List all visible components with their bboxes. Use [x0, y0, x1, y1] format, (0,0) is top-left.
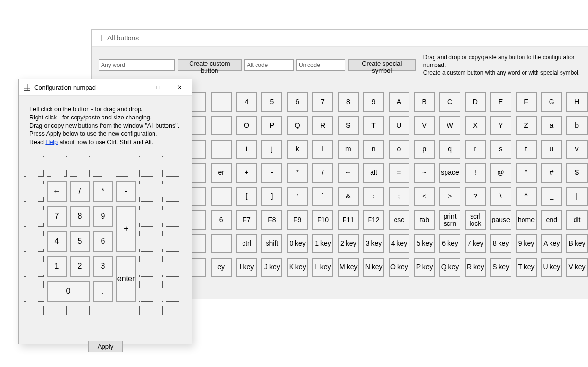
empty-slot[interactable] [162, 281, 182, 302]
key-button[interactable]: ? [465, 187, 486, 206]
key-button[interactable]: j [261, 140, 282, 159]
key-button[interactable]: : [363, 187, 384, 206]
key-button[interactable]: u [541, 140, 562, 159]
key-button[interactable]: ; [389, 187, 410, 206]
empty-slot[interactable] [139, 256, 159, 277]
key-button[interactable]: 2 key [338, 234, 359, 253]
key-button[interactable]: R [312, 116, 333, 135]
key-button[interactable]: alt [363, 163, 384, 183]
key-button[interactable]: F8 [261, 210, 282, 230]
key-button[interactable]: n [363, 140, 384, 159]
key-button[interactable]: S [338, 116, 359, 135]
key-button[interactable]: O key [389, 258, 410, 277]
empty-slot[interactable] [162, 306, 182, 327]
empty-slot[interactable] [47, 306, 67, 327]
numpad-key-star[interactable]: * [93, 181, 113, 202]
empty-slot[interactable] [70, 306, 90, 327]
key-button[interactable]: T key [516, 258, 537, 277]
empty-slot[interactable] [139, 306, 159, 327]
empty-slot[interactable] [139, 156, 159, 177]
numpad-key-slash[interactable]: / [70, 181, 90, 202]
key-button[interactable]: 0 key [287, 234, 308, 253]
key-button[interactable]: ey [211, 258, 232, 277]
create-custom-button[interactable]: Create custom button [178, 59, 242, 71]
unicode-input[interactable] [296, 59, 345, 71]
key-button[interactable]: 8 [338, 92, 359, 112]
key-button[interactable]: [ [236, 187, 257, 206]
empty-slot[interactable] [162, 206, 182, 227]
alt-code-input[interactable] [244, 59, 294, 71]
key-button[interactable]: U key [541, 258, 562, 277]
numpad-key-minus[interactable]: - [116, 181, 136, 202]
numpad-key-k3[interactable]: 3 [93, 256, 113, 277]
empty-slot[interactable] [24, 181, 44, 202]
key-button[interactable]: scrl lock [465, 210, 486, 230]
key-button[interactable]: q [439, 140, 460, 159]
key-button[interactable]: K key [287, 258, 308, 277]
key-button[interactable]: F9 [287, 210, 308, 230]
numpad-key-k5[interactable]: 5 [70, 231, 90, 252]
empty-slot[interactable] [24, 256, 44, 277]
key-button[interactable]: pause [490, 210, 511, 230]
numpad-key-k7[interactable]: 7 [47, 206, 67, 227]
key-button[interactable]: X [465, 116, 486, 135]
key-button[interactable]: 6 key [439, 234, 460, 253]
key-button[interactable]: 6 [211, 210, 232, 230]
key-button[interactable]: t [516, 140, 537, 159]
key-button[interactable]: G [541, 92, 562, 112]
key-button[interactable]: ← [338, 163, 359, 183]
key-button[interactable]: Z [516, 116, 537, 135]
key-button[interactable]: 8 key [490, 234, 511, 253]
key-button[interactable]: Y [490, 116, 511, 135]
empty-slot[interactable] [70, 156, 90, 177]
key-button[interactable]: 1 key [312, 234, 333, 253]
key-button[interactable]: I key [236, 258, 257, 277]
numpad-key-k8[interactable]: 8 [70, 206, 90, 227]
numpad-key-plus[interactable]: + [116, 206, 136, 252]
config-close-button[interactable]: ✕ [169, 80, 190, 94]
key-button[interactable]: home [516, 210, 537, 230]
numpad-key-k4[interactable]: 4 [47, 231, 67, 252]
empty-slot[interactable] [24, 231, 44, 252]
key-button[interactable]: W [439, 116, 460, 135]
key-button[interactable]: & [338, 187, 359, 206]
key-button[interactable]: = [389, 163, 410, 183]
key-button[interactable]: * [287, 163, 308, 183]
numpad-key-k9[interactable]: 9 [93, 206, 113, 227]
all-buttons-minimize-button[interactable]: — [562, 34, 583, 42]
key-button[interactable]: M key [338, 258, 359, 277]
key-button[interactable]: F7 [236, 210, 257, 230]
key-button[interactable]: B [414, 92, 435, 112]
key-button[interactable]: 7 [312, 92, 333, 112]
any-word-input[interactable] [99, 59, 175, 71]
key-button[interactable]: ! [465, 163, 486, 183]
key-button[interactable]: / [312, 163, 333, 183]
key-button[interactable]: 4 key [389, 234, 410, 253]
key-button[interactable]: C [439, 92, 460, 112]
empty-slot[interactable] [139, 206, 159, 227]
config-maximize-button[interactable]: □ [148, 80, 169, 94]
key-button[interactable]: l [312, 140, 333, 159]
key-button[interactable]: 5 [261, 92, 282, 112]
apply-button[interactable]: Apply [88, 341, 123, 352]
key-button[interactable]: 9 key [516, 234, 537, 253]
key-button[interactable] [211, 187, 232, 206]
key-button[interactable] [211, 234, 232, 253]
key-button[interactable]: V [414, 116, 435, 135]
key-button[interactable]: J key [261, 258, 282, 277]
key-button[interactable]: \ [490, 187, 511, 206]
key-button[interactable]: " [516, 163, 537, 183]
key-button[interactable]: space [439, 163, 460, 183]
key-button[interactable]: $ [566, 163, 588, 183]
key-button[interactable]: O [236, 116, 257, 135]
create-special-symbol-button[interactable]: Create special symbol [348, 59, 416, 71]
key-button[interactable]: R key [465, 258, 486, 277]
empty-slot[interactable] [162, 156, 182, 177]
key-button[interactable]: H [566, 92, 588, 112]
key-button[interactable]: Q key [439, 258, 460, 277]
key-button[interactable]: er [211, 163, 232, 183]
key-button[interactable]: F11 [338, 210, 359, 230]
key-button[interactable]: F12 [363, 210, 384, 230]
key-button[interactable]: 6 [287, 92, 308, 112]
key-button[interactable]: print scrn [439, 210, 460, 230]
